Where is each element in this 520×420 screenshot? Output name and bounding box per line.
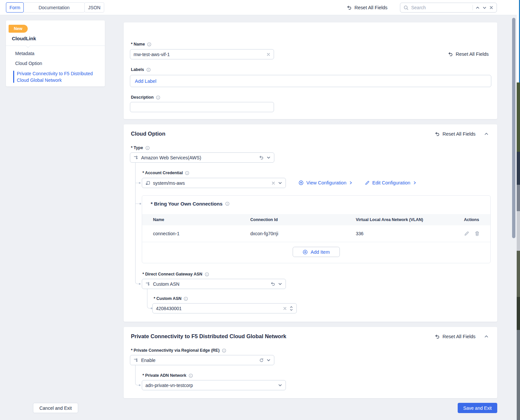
name-field[interactable] [130,49,274,59]
new-badge: New [9,25,28,33]
info-icon[interactable] [205,272,209,276]
chevron-down-icon[interactable] [278,282,282,286]
name-input[interactable] [134,52,264,57]
custom-asn-field[interactable] [152,303,297,313]
chevron-down-icon[interactable] [266,155,271,160]
clear-icon[interactable] [266,52,270,56]
labels-label: Labels [131,67,144,72]
tree-elbow [147,289,151,308]
stepper-up-icon[interactable] [290,306,293,308]
cell-name: connection-1 [153,231,250,236]
labels-field[interactable]: Add Label [130,75,491,87]
view-configuration-label: View Configuration [306,180,346,185]
view-icon [298,180,304,185]
sidebar-divider-notch [26,43,30,48]
info-icon[interactable] [185,171,189,175]
tree-elbow [135,365,139,385]
object-reference-icon [145,180,150,185]
tab-form[interactable]: Form [6,2,24,13]
dcg-asn-value: Custom ASN [153,281,268,287]
regional-edge-label: * Private Connectivity via Regional Edge… [131,348,220,353]
reset-field-icon[interactable] [270,281,275,286]
edit-configuration-link[interactable]: Edit Configuration [365,180,417,185]
dcg-asn-select[interactable]: Custom ASN [142,279,286,289]
edit-row-icon[interactable] [464,231,469,236]
one-of-branch-icon [134,155,138,160]
regional-edge-select[interactable]: Enable [130,355,274,365]
tree-elbow [135,278,139,284]
view-tabs: Form Documentation JSON [6,2,104,13]
bring-your-own-connections-box: * Bring Your Own Connections Name Connec… [142,195,491,263]
undo-icon [435,131,440,137]
info-icon[interactable] [225,202,229,206]
undo-icon [448,51,453,57]
collapse-section-icon[interactable] [484,132,489,136]
description-label: Description [131,95,154,100]
chevron-up-icon[interactable] [475,6,480,10]
reset-all-fields-button[interactable]: Reset All Fields [347,5,387,10]
chevron-right-icon [349,181,353,185]
edit-configuration-label: Edit Configuration [372,180,410,185]
add-item-button[interactable]: Add Item [293,247,340,257]
object-type-title: CloudLink [12,36,36,41]
private-connectivity-section: Private Connectivity to F5 Distributed C… [124,327,497,398]
clear-icon[interactable] [283,307,287,310]
chevron-down-icon[interactable] [278,383,282,387]
search-input[interactable] [411,5,470,10]
private-adn-network-value: adn-private-vn-testcorp [145,383,275,388]
search-divider [473,5,473,10]
sidebar-item-private-connectivity[interactable]: Private Connectivity to F5 Distributed C… [17,70,101,83]
cancel-and-exit-button[interactable]: Cancel and Exit [33,403,78,413]
column-actions: Actions [464,217,479,222]
stepper-down-icon[interactable] [290,309,293,311]
edit-pencil-icon [365,180,370,185]
search-box[interactable] [400,3,497,13]
type-select[interactable]: Amazon Web Services(AWS) [130,152,274,163]
reset-metadata-button[interactable]: Reset All Fields [448,51,489,57]
custom-asn-input[interactable] [156,306,280,311]
sidebar-item-metadata[interactable]: Metadata [15,51,34,56]
one-of-branch-icon [145,281,150,286]
close-icon[interactable] [489,6,493,10]
sidebar-item-cloud-option[interactable]: Cloud Option [15,61,42,66]
description-input[interactable] [134,105,270,110]
save-and-exit-button[interactable]: Save and Exit [458,403,497,413]
info-icon[interactable] [147,42,151,47]
refresh-field-icon[interactable] [259,358,264,363]
info-icon[interactable] [189,373,193,378]
undo-icon [435,334,440,339]
info-icon[interactable] [222,348,226,353]
save-and-exit-label: Save and Exit [463,405,492,411]
add-label-button[interactable]: Add Label [135,79,156,84]
private-adn-network-select[interactable]: adn-private-vn-testcorp [142,380,286,390]
reset-private-connectivity-label: Reset All Fields [443,334,475,339]
info-icon[interactable] [146,68,151,72]
delete-row-icon[interactable] [474,231,480,236]
account-credential-select[interactable]: system/ms-aws [142,178,286,188]
reset-private-connectivity-button[interactable]: Reset All Fields [435,334,475,339]
tree-dot [139,384,140,386]
column-vlan: Virtual Local Area Network (VLAN) [356,217,464,222]
desktop-edge [517,0,520,420]
metadata-section: Metadata Reset All Fields * Name Labels … [124,22,497,119]
tab-documentation[interactable]: Documentation [23,2,85,13]
description-field[interactable] [130,102,274,112]
tab-json[interactable]: JSON [84,2,104,13]
cloud-option-section: Cloud Option Reset All Fields * Type Ama… [124,124,497,322]
number-stepper[interactable] [290,306,293,311]
view-configuration-link[interactable]: View Configuration [298,180,353,185]
cell-connection-id: dxcon-fg70rrji [250,231,356,236]
collapse-section-icon[interactable] [484,334,489,339]
reset-field-icon[interactable] [259,155,264,160]
sidebar-divider [6,46,105,46]
info-icon[interactable] [184,297,188,301]
chevron-down-icon[interactable] [482,6,487,10]
plus-circle-icon [303,249,308,255]
chevron-down-icon[interactable] [266,358,271,362]
reset-cloud-option-button[interactable]: Reset All Fields [435,131,475,137]
info-icon[interactable] [156,95,160,100]
chevron-down-icon[interactable] [278,181,282,185]
clear-icon[interactable] [271,181,275,185]
vertical-scrollbar[interactable] [512,18,515,238]
info-icon[interactable] [145,146,150,150]
